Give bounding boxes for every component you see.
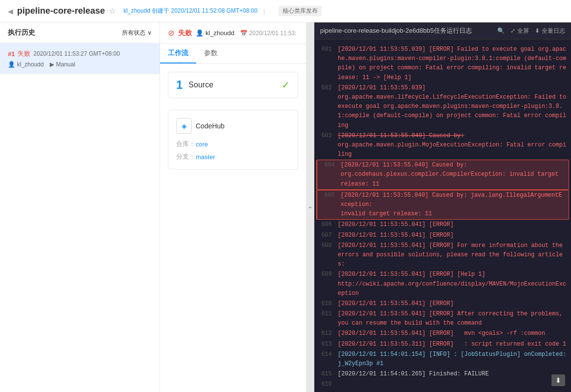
log-line-number: 612 — [318, 329, 332, 338]
log-line-text: [2020/12/01 11:53:55.040] Caused by: org… — [338, 131, 567, 160]
page-title: pipeline-core-release — [17, 6, 105, 16]
separator: | — [264, 7, 265, 15]
run-time: 2020/12/01 11:53:27 GMT+08:00 — [33, 50, 120, 57]
log-line-number: 610 — [318, 299, 332, 309]
log-line: 613[2020/12/01 11:53:55.311] [ERROR] : s… — [314, 339, 571, 350]
log-line: 602[2020/12/01 11:53:55.039] org.apache.… — [314, 83, 571, 131]
log-line-text: [2020/12/01 11:53:55.041] [ERROR] For mo… — [338, 241, 567, 269]
stage-name: Source — [188, 81, 276, 89]
trigger-icon: ▶ — [50, 61, 54, 68]
codehub-field-repo: 合库： core — [176, 140, 290, 148]
codehub-card: ◈ CodeHub 合库： core 分支： master — [168, 110, 298, 169]
log-line-text: [2020/12/01 11:53:55.041] [ERROR] — [338, 220, 454, 229]
calendar-icon: 📅 — [240, 30, 247, 37]
log-line: 609[2020/12/01 11:53:55.041] [ERROR] [He… — [314, 269, 571, 299]
log-line-number: 601 — [318, 45, 332, 83]
log-line-text: [2020/12/01 11:53:55.039] [ERROR] Failed… — [338, 45, 567, 83]
run-detail-header: ⊘ 失败 👤 kl_zhoudd 📅 2020/12/01 11:53: — [160, 22, 306, 44]
log-line-number: 607 — [318, 231, 332, 240]
log-scroll-down-button[interactable]: ⬇ — [551, 374, 565, 386]
branch-label: 分支： — [176, 152, 196, 161]
log-line-text: [2020/12/01 11:53:55.041] [ERROR] After … — [338, 309, 567, 328]
log-line: 612[2020/12/01 11:53:55.041] [ERROR] mvn… — [314, 329, 571, 339]
log-header: pipeline-core-release-buildjob-2e6d8bb5任… — [314, 22, 571, 40]
user-icon: 👤 — [8, 61, 15, 68]
log-line-text: [2020/12/01 11:53:55.041] [ERROR] — [338, 231, 454, 240]
tab-params[interactable]: 参数 — [196, 44, 225, 63]
log-line: 604[2020/12/01 11:53:55.040] Caused by: … — [316, 160, 569, 190]
log-line-number: 602 — [318, 83, 332, 130]
log-line-text: [2020/12/01 11:53:55.041] [ERROR] mvn <g… — [338, 329, 545, 338]
log-line-number: 605 — [321, 191, 335, 219]
status-fail-icon: ⊘ — [168, 28, 174, 38]
sidebar-header: 执行历史 所有状态 ∨ — [0, 22, 160, 43]
run-detail-user: 👤 kl_zhoudd — [196, 29, 234, 37]
log-line-number: 609 — [318, 270, 332, 298]
log-line-text: [2020/12/01 11:53:55.041] [ERROR] [Help … — [338, 270, 567, 298]
log-line: 611[2020/12/01 11:53:55.041] [ERROR] Aft… — [314, 309, 571, 329]
log-actions: 🔍 ⤢ 全屏 ⬇ 全量日志 — [497, 27, 565, 35]
log-line-number: 606 — [318, 220, 332, 229]
log-wrapper: 22[2020/12/01 11:54:09.105] [INFO] [Buil… — [314, 40, 571, 392]
run-trigger: ▶ Manual — [50, 61, 75, 68]
status-filter[interactable]: 所有状态 ∨ — [122, 29, 152, 37]
search-icon: 🔍 — [497, 27, 505, 34]
user-icon: 👤 — [196, 29, 204, 37]
log-line: 601[2020/12/01 11:53:55.039] [ERROR] Fai… — [314, 44, 571, 83]
collapse-button[interactable]: › — [306, 22, 314, 392]
log-line-number: 614 — [318, 350, 332, 369]
codehub-field-branch: 分支： master — [176, 152, 290, 161]
back-button[interactable]: ◀ — [8, 7, 13, 15]
run-detail-panel: ⊘ 失败 👤 kl_zhoudd 📅 2020/12/01 11:53: 工作流… — [160, 22, 306, 392]
log-line-number: 608 — [318, 241, 332, 269]
log-line-text: [2020/12/01 11:53:55.040] Caused by: org… — [341, 161, 565, 189]
log-line-number: 611 — [318, 309, 332, 328]
log-line: 608[2020/12/01 11:53:55.041] [ERROR] For… — [314, 241, 571, 270]
star-icon[interactable]: ☆ — [109, 6, 116, 16]
stage-item: 1 Source ✓ — [168, 72, 298, 98]
log-line: 614[2020/12/01 11:54:01.154] [INFO] : [J… — [314, 350, 571, 369]
stage-number: 1 — [176, 78, 183, 92]
branch-value[interactable]: master — [196, 153, 215, 161]
run-number: #1 — [8, 50, 15, 58]
log-line: 600[2020/12/01 11:53:55.039] [INFO] ----… — [314, 40, 571, 44]
header-tag: 核心类库发布 — [279, 6, 322, 16]
log-line-text: [2020/12/01 11:53:55.039] org.apache.mav… — [338, 83, 567, 130]
chevron-down-icon: ∨ — [147, 29, 152, 36]
download-icon: ⬇ — [535, 27, 540, 34]
header: ◀ pipeline-core-release ☆ kl_zhoudd 创建于 … — [0, 0, 571, 22]
log-line-text: [2020/12/01 11:53:55.041] [ERROR] — [338, 299, 454, 309]
log-fullscreen-button[interactable]: ⤢ 全屏 — [510, 27, 529, 35]
log-line-text: [2020/12/01 11:53:55.311] [ERROR] : scri… — [338, 340, 566, 349]
repo-label: 合库： — [176, 140, 196, 148]
stage-container: 1 Source ✓ — [160, 64, 306, 106]
codehub-icon: ◈ — [176, 118, 192, 134]
execution-history-panel: 执行历史 所有状态 ∨ #1 失败 2020/12/01 11:53:27 GM… — [0, 22, 160, 392]
tab-workflow[interactable]: 工作流 — [160, 44, 196, 63]
log-line-number: 604 — [321, 161, 335, 189]
log-line-text: [2020/12/01 11:54:01.154] [INFO] : [JobS… — [338, 350, 567, 369]
fullscreen-icon: ⤢ — [510, 27, 515, 34]
log-download-button[interactable]: ⬇ 全量日志 — [535, 27, 565, 35]
stage-success-icon: ✓ — [282, 79, 290, 91]
log-line: 606[2020/12/01 11:53:55.041] [ERROR] — [314, 220, 571, 230]
run-list-item[interactable]: #1 失败 2020/12/01 11:53:27 GMT+08:00 👤 kl… — [0, 43, 160, 74]
header-meta: kl_zhoudd 创建于 2020/12/01 11:52:08 GMT+08… — [123, 7, 258, 15]
repo-value[interactable]: core — [196, 141, 208, 148]
log-line-number: 603 — [318, 131, 332, 160]
sidebar-title: 执行历史 — [8, 28, 35, 37]
run-user: 👤 kl_zhoudd — [8, 61, 44, 68]
codehub-card-header: ◈ CodeHub — [176, 118, 290, 134]
log-panel: pipeline-core-release-buildjob-2e6d8bb5任… — [314, 22, 571, 392]
log-line: 615[2020/12/01 11:54:01.265] Finished: F… — [314, 369, 571, 379]
log-search-button[interactable]: 🔍 — [497, 27, 505, 34]
log-line: 605[2020/12/01 11:53:55.040] Caused by: … — [316, 190, 569, 220]
run-tabs: 工作流 参数 — [160, 44, 306, 64]
log-line-text: [2020/12/01 11:53:55.040] Caused by: jav… — [341, 191, 565, 219]
log-content[interactable]: 22[2020/12/01 11:54:09.105] [INFO] [Buil… — [314, 40, 571, 392]
log-line-number: 600 — [318, 40, 332, 44]
log-line-number: 616 — [318, 380, 332, 389]
log-line: 616 — [314, 379, 571, 390]
run-item-header: #1 失败 2020/12/01 11:53:27 GMT+08:00 — [8, 49, 152, 58]
log-title: pipeline-core-release-buildjob-2e6d8bb5任… — [320, 26, 472, 35]
